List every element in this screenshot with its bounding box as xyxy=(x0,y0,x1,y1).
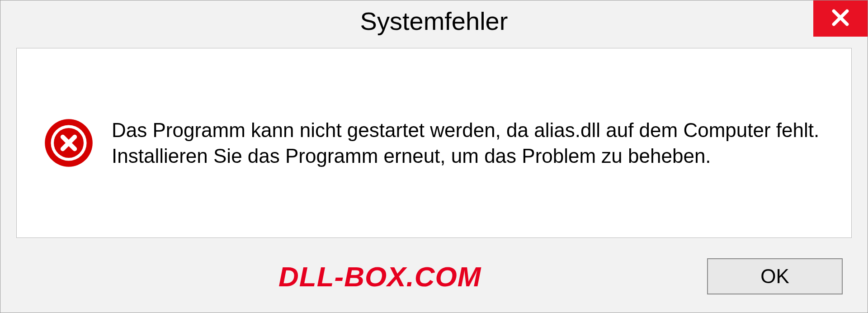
dialog-title: Systemfehler xyxy=(360,6,508,36)
content-panel: Das Programm kann nicht gestartet werden… xyxy=(16,48,852,238)
error-icon xyxy=(44,118,94,168)
error-message: Das Programm kann nicht gestartet werden… xyxy=(112,117,824,169)
ok-button[interactable]: OK xyxy=(707,258,843,294)
watermark-text: DLL-BOX.COM xyxy=(278,261,481,293)
dialog-footer: DLL-BOX.COM OK xyxy=(0,249,868,313)
ok-button-label: OK xyxy=(760,265,789,288)
close-button[interactable] xyxy=(813,0,868,37)
titlebar: Systemfehler xyxy=(0,0,868,41)
close-icon xyxy=(830,8,850,29)
error-dialog: Systemfehler Das Programm kann nicht ges… xyxy=(0,0,868,313)
